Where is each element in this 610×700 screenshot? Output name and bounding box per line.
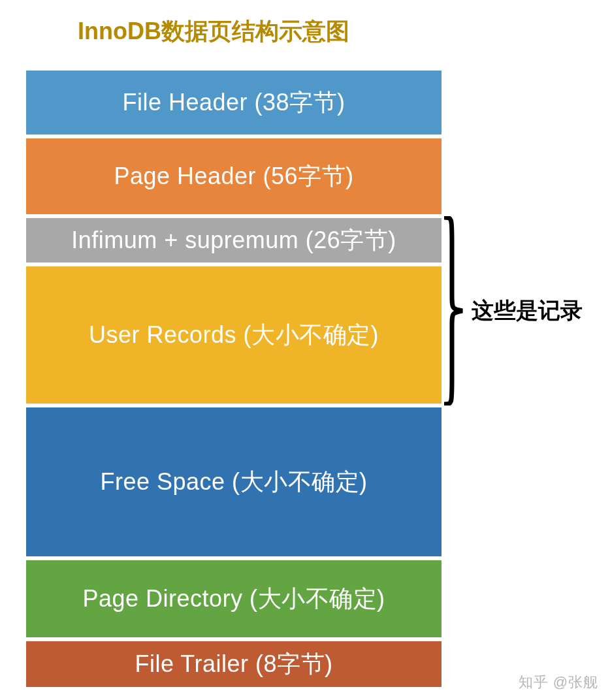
- diagram-title: InnoDB数据页结构示意图: [78, 16, 443, 48]
- segment-page-header: Page Header (56字节): [24, 136, 443, 216]
- segment-infimum-supremum: Infimum + supremum (26字节): [24, 216, 443, 264]
- segment-free-space-label: Free Space (大小不确定): [100, 466, 367, 498]
- segment-infimum-supremum-label: Infimum + supremum (26字节): [71, 225, 396, 257]
- segment-page-directory: Page Directory (大小不确定): [24, 558, 443, 639]
- records-brace-group: 这些是记录: [443, 216, 583, 406]
- segment-file-header-label: File Header (38字节): [122, 87, 345, 119]
- segment-page-header-label: Page Header (56字节): [114, 161, 353, 193]
- brace-icon: [443, 216, 464, 406]
- segment-file-trailer-label: File Trailer (8字节): [135, 648, 332, 680]
- segment-file-trailer: File Trailer (8字节): [24, 639, 443, 689]
- watermark-text: 知乎 @张舰: [519, 673, 598, 692]
- segment-user-records: User Records (大小不确定): [24, 264, 443, 406]
- diagram-container: InnoDB数据页结构示意图 File Header (38字节) Page H…: [24, 16, 443, 689]
- segment-user-records-label: User Records (大小不确定): [89, 319, 379, 351]
- segment-file-header: File Header (38字节): [24, 69, 443, 136]
- segment-free-space: Free Space (大小不确定): [24, 406, 443, 558]
- brace-label: 这些是记录: [472, 296, 583, 326]
- segment-page-directory-label: Page Directory (大小不确定): [82, 583, 385, 615]
- page-structure-stack: File Header (38字节) Page Header (56字节) In…: [24, 69, 443, 689]
